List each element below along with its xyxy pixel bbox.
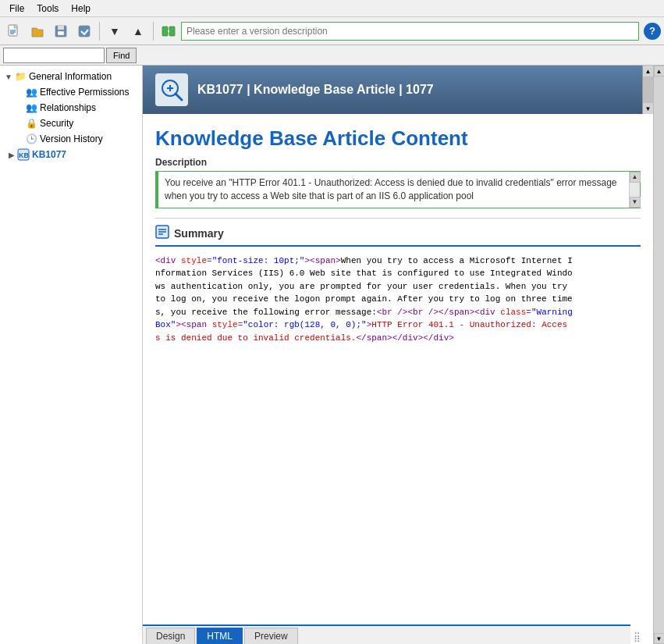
description-label: Description	[155, 157, 641, 168]
right-scrollbar: ▲ ▼	[653, 66, 664, 644]
tree-label-kb: KB1077	[32, 149, 66, 160]
tree-children: 👥 Effective Permissions 👥 Relationships …	[11, 84, 142, 147]
summary-section: Summary <div style="font-size: 10pt;"><s…	[143, 219, 653, 354]
toolbar-sep-1	[99, 22, 100, 41]
tree-root: ▼ 📁 General Information 👥 Effective Perm…	[0, 66, 142, 165]
tree-toggle-rel	[14, 102, 25, 113]
main-layout: ▼ 📁 General Information 👥 Effective Perm…	[0, 66, 664, 644]
lock-icon: 🔒	[25, 117, 37, 130]
right-scroll-up[interactable]: ▲	[654, 66, 665, 76]
header-scroll-up[interactable]: ▲	[643, 66, 654, 76]
tab-html[interactable]: HTML	[197, 628, 243, 644]
menu-file[interactable]: File	[3, 2, 30, 16]
svg-text:KB: KB	[19, 151, 29, 159]
toolbar-btn-down[interactable]: ▼	[104, 20, 126, 42]
header-scrollbar: ▲ ▼	[642, 66, 653, 114]
tree-toggle-kb[interactable]: ▶	[6, 149, 17, 160]
tree-node-version-history[interactable]: 🕒 Version History	[11, 131, 142, 147]
help-button[interactable]: ?	[644, 23, 661, 40]
resize-area: ⣿	[630, 630, 641, 644]
summary-header: Summary	[155, 225, 641, 247]
tab-preview[interactable]: Preview	[244, 628, 298, 644]
people-icon-ep: 👥	[25, 86, 37, 98]
menu-help[interactable]: Help	[65, 2, 97, 16]
article-header-icon	[155, 73, 188, 106]
article-header: KB1077 | Knowledge Base Article | 1077	[143, 66, 642, 114]
tree-node-effective-permissions[interactable]: 👥 Effective Permissions	[11, 84, 142, 100]
tree-label-sec: Security	[40, 118, 73, 129]
bottom-tabs: Design HTML Preview	[143, 624, 630, 644]
tree-toggle-sec	[14, 118, 25, 129]
content-spacer	[143, 354, 653, 624]
tree-toggle-ep	[14, 87, 25, 98]
tree-label-ep: Effective Permissions	[40, 87, 130, 98]
article-content: Knowledge Base Article Content Descripti…	[143, 114, 653, 644]
toolbar-btn-new[interactable]	[3, 20, 25, 42]
tree-label-rel: Relationships	[40, 102, 96, 113]
tree-node-security[interactable]: 🔒 Security	[11, 116, 142, 131]
menu-tools[interactable]: Tools	[30, 2, 65, 16]
svg-rect-9	[169, 27, 175, 36]
version-description-input[interactable]	[181, 22, 639, 41]
tree-label-vh: Version History	[40, 133, 103, 144]
clock-icon: 🕒	[25, 133, 37, 145]
svg-rect-5	[58, 26, 64, 30]
toolbar-btn-switch[interactable]	[158, 20, 179, 42]
folder-icon: 📁	[14, 70, 27, 83]
right-panel: KB1077 | Knowledge Base Article | 1077 ▲…	[143, 66, 653, 644]
kb-icon: KB	[17, 148, 30, 161]
header-scroll-down[interactable]: ▼	[643, 103, 654, 114]
tab-design[interactable]: Design	[146, 628, 195, 644]
svg-rect-6	[58, 31, 64, 35]
toolbar-btn-up[interactable]: ▲	[127, 20, 149, 42]
desc-scroll-down[interactable]: ▼	[630, 197, 641, 208]
search-input[interactable]	[3, 48, 105, 63]
tree-node-general-information[interactable]: ▼ 📁 General Information	[0, 69, 142, 84]
tree-toggle-vh	[14, 133, 25, 144]
menu-bar: File Tools Help	[0, 0, 664, 17]
tree-label-general: General Information	[29, 71, 112, 82]
article-header-container: KB1077 | Knowledge Base Article | 1077 ▲…	[143, 66, 653, 114]
left-panel: ▼ 📁 General Information 👥 Effective Perm…	[0, 66, 143, 644]
toolbar-btn-open[interactable]	[27, 20, 48, 42]
people-icon-rel: 👥	[25, 101, 37, 114]
toolbar: ▼ ▲ ?	[0, 17, 664, 45]
toolbar-btn-save[interactable]	[50, 20, 72, 42]
tabs-container: Design HTML Preview ⣿	[143, 624, 653, 644]
search-bar: Find	[0, 45, 664, 66]
tree-node-relationships[interactable]: 👥 Relationships	[11, 100, 142, 116]
summary-icon	[155, 225, 169, 242]
right-scroll-down[interactable]: ▼	[654, 633, 665, 644]
article-title: KB1077 | Knowledge Base Article | 1077	[197, 83, 434, 97]
desc-scroll-up[interactable]: ▲	[630, 172, 641, 183]
svg-rect-8	[162, 27, 168, 36]
code-block: <div style="font-size: 10pt;"><span>When…	[155, 251, 641, 348]
find-button[interactable]: Find	[106, 48, 137, 63]
description-scrollbar: ▲ ▼	[629, 172, 640, 208]
resize-handle[interactable]: ⣿	[634, 632, 641, 642]
toolbar-sep-2	[153, 22, 154, 41]
tree-node-kb1077[interactable]: ▶ KB KB1077	[3, 147, 142, 162]
summary-title: Summary	[174, 227, 224, 240]
description-section: Description You receive an "HTTP Error 4…	[143, 157, 653, 218]
description-text: You receive an "HTTP Error 401.1 - Unaut…	[165, 176, 623, 203]
toolbar-btn-action[interactable]	[73, 20, 95, 42]
description-box: You receive an "HTTP Error 401.1 - Unaut…	[155, 171, 641, 208]
tree-toggle-general[interactable]: ▼	[3, 71, 14, 82]
svg-line-13	[176, 94, 182, 100]
content-title: Knowledge Base Article Content	[143, 114, 653, 157]
